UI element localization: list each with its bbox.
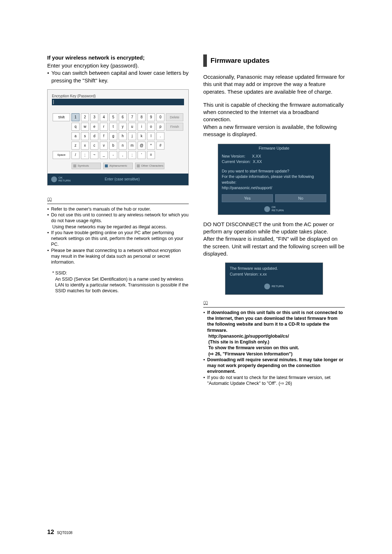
fw-para3: When a new firmware version is available…: [203, 123, 345, 138]
current-version-label: Current Version:: [222, 159, 250, 164]
key-r[interactable]: r: [100, 123, 108, 131]
key-4[interactable]: 4: [100, 113, 108, 121]
key-v[interactable]: v: [100, 142, 108, 150]
key-t[interactable]: t: [109, 123, 117, 131]
key-apos[interactable]: ': [138, 151, 146, 159]
done-current-label: Current Version:: [230, 272, 258, 276]
key-e[interactable]: e: [90, 123, 98, 131]
key-b[interactable]: b: [109, 142, 117, 150]
note-1: Refer to the owner's manuals of the hub …: [47, 206, 189, 212]
key-g[interactable]: g: [109, 132, 117, 140]
key-9[interactable]: 9: [147, 113, 155, 121]
kb-title: Encryption Key (Password): [52, 94, 184, 98]
fw-note-2: Downloading will require several minutes…: [203, 357, 345, 375]
key-s[interactable]: s: [81, 132, 89, 140]
key-p[interactable]: p: [156, 123, 164, 131]
return-label: RETURN: [58, 179, 70, 182]
key-comma[interactable]: ,: [119, 151, 127, 159]
key-q[interactable]: q: [72, 123, 79, 131]
key-dot[interactable]: .: [156, 132, 164, 140]
key-y[interactable]: y: [119, 123, 127, 131]
fw-para2: This unit is capable of checking the fir…: [203, 101, 345, 123]
key-5[interactable]: 5: [109, 113, 117, 121]
fw-note-1: If downloading on this unit fails or thi…: [203, 310, 345, 333]
ssid-label: * SSID:: [47, 270, 189, 276]
right-column: Firmware updates Occasionally, Panasonic…: [203, 54, 345, 386]
fw-para5: After the firmware is installed, "FIN" w…: [203, 235, 345, 257]
key-slash[interactable]: /: [72, 151, 79, 159]
kb-input-field[interactable]: [52, 99, 184, 105]
page-number: 12 SQT0108: [47, 529, 73, 536]
fw-note-1d: To show the firmware version on this uni…: [203, 345, 345, 351]
key-star[interactable]: *: [147, 142, 155, 150]
key-o[interactable]: o: [147, 123, 155, 131]
no-button[interactable]: No: [275, 194, 326, 202]
dialog-q3: http://panasonic.net/support/: [222, 185, 326, 191]
nav-circle-icon: [264, 284, 270, 289]
firmware-heading: Firmware updates: [203, 54, 345, 67]
key-3[interactable]: 3: [90, 113, 98, 121]
firmware-done-dialog: The firmware was updated. Current Versio…: [225, 262, 323, 295]
note-icon: 🕮: [47, 196, 189, 202]
key-u[interactable]: u: [128, 123, 136, 131]
mode-other[interactable]: Other Characters: [135, 163, 164, 169]
key-0[interactable]: 0: [156, 113, 164, 121]
mode-alpha[interactable]: Alphanumeric: [103, 163, 132, 169]
key-tilde[interactable]: ~: [90, 151, 98, 159]
key-h[interactable]: h: [119, 132, 127, 140]
shift-bullet: You can switch between capital and lower…: [47, 69, 189, 84]
key-at[interactable]: @: [138, 142, 146, 150]
key-x[interactable]: x: [81, 142, 89, 150]
note-3: If you have trouble getting online on yo…: [47, 230, 189, 248]
space-key[interactable]: Space: [53, 151, 70, 159]
fw-para4: DO NOT DISCONNECT the unit from the AC p…: [203, 221, 345, 236]
delete-key[interactable]: Delete: [166, 113, 183, 121]
new-version-value: X.XX: [252, 154, 261, 158]
key-a[interactable]: a: [72, 132, 79, 140]
key-j[interactable]: j: [128, 132, 136, 140]
key-z[interactable]: z: [72, 142, 79, 150]
finish-key[interactable]: Finish: [166, 123, 183, 131]
shift-key[interactable]: Shift: [53, 113, 70, 121]
firmware-update-dialog: Firmware Update New Version: X.XX Curren…: [218, 144, 330, 215]
kb-footer: OK RETURN Enter (case sensitive): [48, 174, 188, 185]
key-l[interactable]: l: [147, 132, 155, 140]
nav-circle-icon: [264, 206, 270, 212]
key-hash[interactable]: #: [156, 142, 164, 150]
mode-symbols[interactable]: Symbols: [72, 163, 101, 169]
key-n[interactable]: n: [119, 142, 127, 150]
note-2b: Using these networks may be regarded as …: [47, 224, 189, 230]
yes-button[interactable]: Yes: [222, 194, 273, 202]
note-icon: 🕮: [203, 300, 345, 306]
key-semi2[interactable]: ;: [128, 151, 136, 159]
key-k[interactable]: k: [138, 132, 146, 140]
key-under[interactable]: _: [100, 151, 108, 159]
key-1[interactable]: 1: [72, 113, 79, 121]
key-7[interactable]: 7: [128, 113, 136, 121]
dialog-q2: For the update information, please visit…: [222, 174, 326, 185]
key-d[interactable]: d: [90, 132, 98, 140]
key-dash[interactable]: -: [109, 151, 117, 159]
fw-note-1b: http://panasonic.jp/support/global/cs/: [203, 333, 345, 339]
encryption-heading: If your wireless network is encrypted;: [47, 54, 189, 61]
kb-footer-center: Enter (case sensitive): [70, 177, 174, 181]
fw-para1: Occasionally, Panasonic may release upda…: [203, 73, 345, 95]
ssid-text: An SSID (Service Set IDentification) is …: [47, 276, 189, 294]
fw-note-3: If you do not want to check for the late…: [203, 375, 345, 387]
key-8[interactable]: 8: [138, 113, 146, 121]
fw-note-1e: (⇨ 26, "Firmware Version Information"): [203, 351, 345, 357]
return-label: RETURN: [271, 285, 283, 288]
key-w[interactable]: w: [81, 123, 89, 131]
key-2[interactable]: 2: [81, 113, 89, 121]
key-f[interactable]: f: [100, 132, 108, 140]
left-column: If your wireless network is encrypted; E…: [47, 54, 189, 386]
key-i[interactable]: i: [138, 123, 146, 131]
key-m[interactable]: m: [128, 142, 136, 150]
key-c[interactable]: c: [90, 142, 98, 150]
key-eq[interactable]: =: [147, 151, 155, 159]
done-line1: The firmware was updated.: [230, 266, 318, 271]
key-6[interactable]: 6: [119, 113, 127, 121]
new-version-label: New Version:: [222, 154, 245, 158]
key-semi[interactable]: ;: [81, 151, 89, 159]
encryption-para: Enter your encryption key (password).: [47, 62, 189, 69]
